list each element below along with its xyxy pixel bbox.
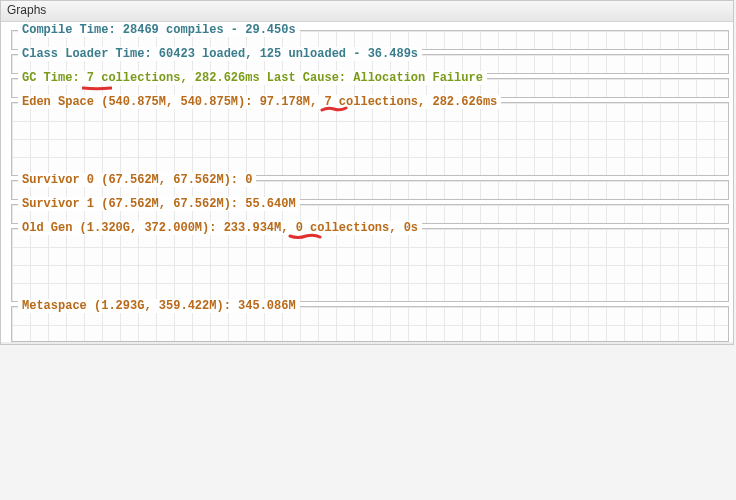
graph-eden-space[interactable]: Eden Space (540.875M, 540.875M): 97.178M…	[11, 102, 729, 176]
graph-metaspace[interactable]: Metaspace (1.293G, 359.422M): 345.086M	[11, 306, 729, 342]
graph-legend-survivor-1: Survivor 1 (67.562M, 67.562M): 55.640M	[18, 197, 300, 211]
graph-legend-gc-time: GC Time: 7 collections, 282.626ms Last C…	[18, 71, 487, 85]
graph-legend-compile-time: Compile Time: 28469 compiles - 29.450s	[18, 23, 300, 37]
graphs-panel: Graphs Compile Time: 28469 compiles - 29…	[0, 0, 734, 345]
graph-legend-eden-space: Eden Space (540.875M, 540.875M): 97.178M…	[18, 95, 501, 109]
panel-title: Graphs	[1, 1, 733, 22]
graph-old-gen[interactable]: Old Gen (1.320G, 372.000M): 233.934M, 0 …	[11, 228, 729, 302]
graph-legend-survivor-0: Survivor 0 (67.562M, 67.562M): 0	[18, 173, 256, 187]
graph-legend-metaspace: Metaspace (1.293G, 359.422M): 345.086M	[18, 299, 300, 313]
graphs-area: Compile Time: 28469 compiles - 29.450s C…	[1, 22, 733, 342]
graph-legend-class-loader-time: Class Loader Time: 60423 loaded, 125 unl…	[18, 47, 422, 61]
annotation-gc-collections-underline	[82, 85, 112, 91]
graph-legend-old-gen: Old Gen (1.320G, 372.000M): 233.934M, 0 …	[18, 221, 422, 235]
